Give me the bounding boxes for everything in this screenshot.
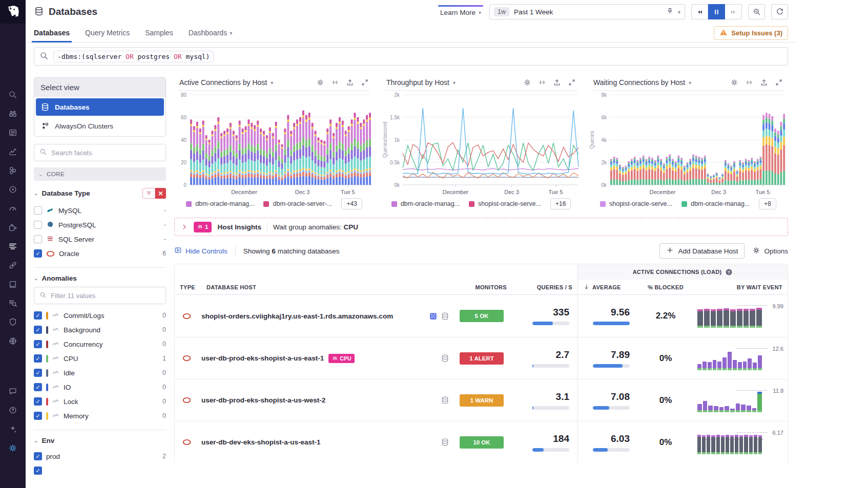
export-icon[interactable] [346,78,354,87]
legend-item[interactable]: shopist-oracle-serve... [600,200,672,207]
support-chat-icon[interactable] [0,381,26,400]
zoom-out-button[interactable] [748,4,765,19]
apm-icon[interactable] [0,180,26,199]
learn-more-dropdown[interactable]: Learn More ▾ [438,5,483,18]
legend-item[interactable]: dbm-oracle-manag... [186,200,254,207]
network-icon[interactable] [0,331,26,350]
facet-item-background[interactable]: ✓Background0 [34,323,166,337]
legend-item[interactable]: dbm-oracle-manag... [681,200,750,207]
monitor-status-badge[interactable]: 1 ALERT [460,352,504,365]
gear-icon[interactable] [730,78,738,87]
chart-title[interactable]: Throughput by Host [386,78,449,87]
table-row-host[interactable]: user-db-dev-eks-shopist-a-us-east-1 [201,421,419,463]
add-database-host-button[interactable]: Add Database Host [659,243,745,259]
gear-icon[interactable] [316,78,324,87]
logs-icon[interactable] [0,274,26,293]
filter-icon[interactable] [142,188,155,199]
refresh-button[interactable] [771,4,788,19]
chevron-right-icon[interactable] [181,223,188,230]
wait-event-chart[interactable]: 11.8 [697,387,783,414]
broadcast-icon[interactable] [331,78,339,87]
search-query-token[interactable]: -dbms:(sqlserver OR postgres OR mysql) [53,51,214,62]
fast-forward-button[interactable] [725,4,742,19]
metrics-icon[interactable] [0,142,26,161]
checkbox[interactable]: ✓ [34,397,42,406]
column-header-queries-s[interactable]: QUERIES / S [512,280,577,295]
core-section-header[interactable]: ⌄ CORE [34,167,166,181]
checkbox[interactable]: ✓ [34,326,42,334]
facet-group-env[interactable]: ⌄Env [34,437,166,444]
tab-dashboards[interactable]: Dashboards▾ [189,24,233,42]
checkbox[interactable]: ✓ [34,452,42,460]
facet-item-memory[interactable]: ✓Memory0 [34,409,166,423]
facet-item-lock[interactable]: ✓Lock0 [34,394,166,409]
checkbox[interactable]: ✓ [34,354,42,363]
facet-group-database-type[interactable]: ⌄Database Type✕ [34,188,166,199]
checkbox[interactable]: ✓ [34,340,42,348]
hide-controls-button[interactable]: Hide Controls [174,246,228,256]
checkbox[interactable]: ✓ [34,249,42,258]
settings-icon[interactable] [0,438,26,457]
wait-event-chart[interactable]: 6.17 [697,429,783,456]
column-header-monitors[interactable]: MONITORS [451,280,512,295]
search-icon[interactable] [0,85,26,104]
tab-samples[interactable]: Samples [145,24,173,42]
facet-item-commit-logs[interactable]: ✓Commit/Logs0 [34,308,166,323]
checkbox[interactable]: ✓ [34,412,42,420]
search-facets-input[interactable]: Search facets [34,144,166,161]
rewind-button[interactable] [691,4,708,19]
facet-item-clipped[interactable]: ✓ [34,463,166,478]
help-icon[interactable] [0,400,26,419]
chart-title[interactable]: Waiting Connections by Host [593,78,685,87]
fullscreen-icon[interactable] [775,78,783,87]
database-monitoring-icon[interactable] [0,237,26,256]
time-range-picker[interactable]: 1w Past 1 Week ▾ [489,4,685,19]
facet-item-idle[interactable]: ✓Idle0 [34,366,166,380]
column-header-type[interactable]: TYPE [175,280,201,295]
broadcast-icon[interactable] [538,78,546,87]
column-header--blocked[interactable]: % BLOCKED [638,280,693,295]
anomalies-filter-input[interactable]: Filter 11 values [34,287,166,304]
monitor-status-badge[interactable]: 5 OK [460,310,504,322]
clear-filter-button[interactable]: ✕ [155,188,166,199]
fullscreen-icon[interactable] [568,78,576,87]
legend-item[interactable]: dbm-oracle-manag... [391,200,460,207]
checkbox[interactable]: ✓ [34,383,42,391]
export-icon[interactable] [553,78,561,87]
watchdog-icon[interactable] [0,104,26,123]
wait-event-chart[interactable]: 9.99 [697,303,783,329]
security-icon[interactable] [0,312,26,331]
column-header-database-host[interactable]: DATABASE HOST [201,280,451,295]
options-button[interactable]: Options [752,246,788,256]
whats-new-icon[interactable] [0,419,26,438]
facet-item-mysql[interactable]: MySQL- [34,203,166,218]
chart-plot[interactable]: 8k6k4k2k0kQueriesDecemberDec 3Tue 5 [588,91,788,197]
checkbox[interactable] [34,221,42,229]
view-item-alwayson-clusters[interactable]: AlwaysOn Clusters [36,117,164,135]
column-header-average[interactable]: AVERAGE [577,280,638,295]
table-row-host[interactable]: user-db-prod-eks-shopist-a-us-west-2 [201,379,419,421]
legend-more-badge[interactable]: +43 [341,198,362,209]
facet-item-postgresql[interactable]: PostgreSQL- [34,218,166,232]
pause-button[interactable] [708,4,725,19]
checkbox[interactable]: ✓ [34,311,42,320]
pin-icon[interactable] [666,7,674,16]
checkbox[interactable]: ✓ [34,466,42,475]
help-icon[interactable]: ? [725,268,733,276]
infrastructure-icon[interactable] [0,161,26,180]
legend-more-badge[interactable]: +8 [759,198,776,209]
facet-item-io[interactable]: ✓IO0 [34,380,166,394]
wait-event-chart[interactable]: 12.6 [697,345,783,372]
integrations-icon[interactable] [0,218,26,237]
column-header-by-wait-event[interactable]: BY WAIT EVENT [693,280,788,295]
checkbox[interactable] [34,235,42,243]
legend-item[interactable]: shopist-oracle-serve... [469,200,541,207]
chart-title[interactable]: Active Connections by Host [179,78,267,87]
host-insights-banner[interactable]: 1 Host Insights Wait group anomalies: CP… [174,218,788,236]
table-row-host[interactable]: user-db-prod-eks-shopist-a-us-east-1CPU [201,337,419,379]
gear-icon[interactable] [523,78,531,87]
audit-icon[interactable] [0,293,26,312]
search-query-input[interactable]: -dbms:(sqlserver OR postgres OR mysql) [34,47,788,66]
service-links-icon[interactable] [0,256,26,274]
chart-plot[interactable]: 806040200DecemberDec 3Tue 5 [174,91,374,197]
